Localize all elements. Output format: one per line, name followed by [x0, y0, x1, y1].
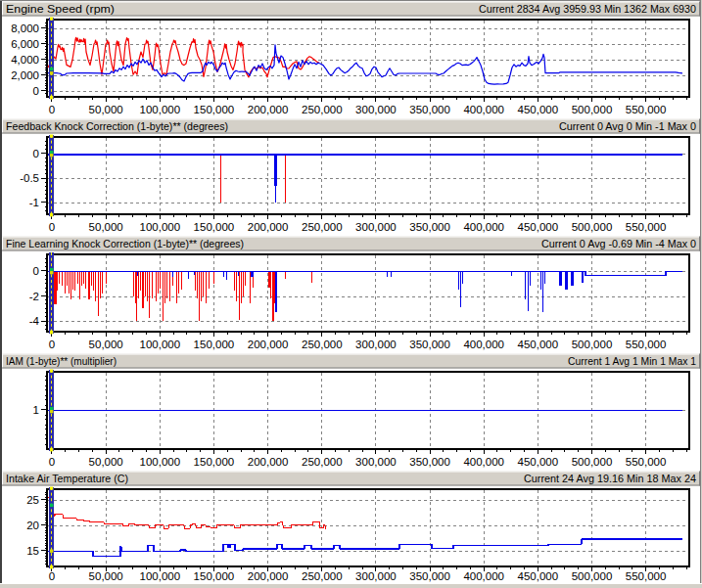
svg-text:450,000: 450,000 — [518, 339, 559, 350]
svg-text:350,000: 350,000 — [409, 339, 450, 350]
svg-text:250,000: 250,000 — [302, 221, 343, 233]
svg-text:500,000: 500,000 — [572, 570, 613, 582]
svg-text:150,000: 150,000 — [194, 221, 235, 233]
svg-text:0: 0 — [33, 148, 39, 159]
svg-text:Current 1 Avg 1 Min 1 Max 1: Current 1 Avg 1 Min 1 Max 1 — [568, 355, 696, 367]
svg-text:200,000: 200,000 — [248, 456, 289, 468]
svg-text:450,000: 450,000 — [518, 221, 559, 233]
svg-text:250,000: 250,000 — [302, 456, 343, 468]
svg-text:100,000: 100,000 — [140, 570, 181, 582]
svg-text:Current 0 Avg -0.69 Min -4 Max: Current 0 Avg -0.69 Min -4 Max 0 — [541, 238, 696, 249]
svg-text:350,000: 350,000 — [409, 570, 450, 582]
svg-text:400,000: 400,000 — [463, 456, 504, 468]
svg-text:Current 2834 Avg 3959.93 Min 1: Current 2834 Avg 3959.93 Min 1362 Max 69… — [479, 3, 696, 15]
svg-text:50,000: 50,000 — [89, 339, 123, 350]
svg-text:500,000: 500,000 — [572, 339, 613, 350]
svg-text:400,000: 400,000 — [463, 570, 504, 582]
svg-text:IAM (1-byte)** (multiplier): IAM (1-byte)** (multiplier) — [6, 355, 117, 367]
svg-text:15: 15 — [26, 545, 39, 557]
svg-text:-1: -1 — [29, 197, 39, 208]
svg-text:200,000: 200,000 — [248, 104, 289, 115]
svg-text:50,000: 50,000 — [89, 456, 123, 468]
svg-text:50,000: 50,000 — [89, 570, 123, 582]
svg-text:200,000: 200,000 — [248, 221, 289, 233]
svg-text:300,000: 300,000 — [355, 339, 397, 350]
svg-text:400,000: 400,000 — [463, 221, 504, 233]
svg-text:1: 1 — [33, 404, 39, 416]
svg-text:20: 20 — [26, 520, 39, 531]
svg-text:0: 0 — [49, 221, 55, 233]
svg-text:200,000: 200,000 — [248, 339, 289, 350]
svg-text:100,000: 100,000 — [140, 456, 181, 468]
svg-text:-2: -2 — [29, 291, 39, 302]
svg-text:0: 0 — [49, 104, 55, 115]
svg-text:450,000: 450,000 — [518, 570, 559, 582]
svg-text:550,000: 550,000 — [626, 104, 667, 115]
svg-text:300,000: 300,000 — [355, 570, 397, 582]
svg-text:50,000: 50,000 — [89, 104, 123, 115]
svg-text:250,000: 250,000 — [302, 339, 343, 350]
svg-text:450,000: 450,000 — [518, 104, 559, 115]
svg-text:150,000: 150,000 — [194, 570, 235, 582]
svg-text:-0.5: -0.5 — [20, 172, 39, 184]
svg-text:350,000: 350,000 — [409, 221, 450, 233]
svg-text:300,000: 300,000 — [355, 456, 397, 468]
svg-text:0: 0 — [49, 456, 55, 468]
svg-text:150,000: 150,000 — [194, 456, 235, 468]
svg-text:500,000: 500,000 — [572, 221, 613, 233]
svg-text:550,000: 550,000 — [626, 339, 667, 350]
svg-text:-4: -4 — [29, 315, 40, 327]
svg-text:550,000: 550,000 — [626, 456, 667, 468]
svg-text:25: 25 — [26, 494, 39, 506]
svg-text:0: 0 — [49, 570, 55, 582]
svg-text:300,000: 300,000 — [355, 221, 397, 233]
svg-text:150,000: 150,000 — [194, 104, 235, 115]
svg-text:400,000: 400,000 — [463, 339, 504, 350]
svg-text:550,000: 550,000 — [626, 570, 667, 582]
svg-text:50,000: 50,000 — [89, 221, 123, 233]
svg-text:2,000: 2,000 — [11, 69, 39, 81]
svg-text:Fine Learning Knock Correction: Fine Learning Knock Correction (1-byte)*… — [6, 238, 244, 249]
svg-text:Feedback Knock Correction (1-b: Feedback Knock Correction (1-byte)** (de… — [6, 120, 228, 132]
svg-text:0: 0 — [33, 85, 39, 97]
svg-text:100,000: 100,000 — [140, 339, 181, 350]
svg-text:250,000: 250,000 — [302, 570, 343, 582]
svg-text:550,000: 550,000 — [626, 221, 667, 233]
svg-text:4,000: 4,000 — [11, 54, 39, 66]
svg-text:100,000: 100,000 — [140, 221, 181, 233]
svg-text:350,000: 350,000 — [409, 456, 450, 468]
svg-text:500,000: 500,000 — [572, 456, 613, 468]
svg-text:200,000: 200,000 — [248, 570, 289, 582]
svg-text:Current 0 Avg 0 Min -1 Max 0: Current 0 Avg 0 Min -1 Max 0 — [559, 120, 696, 132]
svg-text:6,000: 6,000 — [11, 38, 39, 50]
svg-text:450,000: 450,000 — [518, 456, 559, 468]
svg-text:300,000: 300,000 — [355, 104, 397, 115]
svg-text:0: 0 — [33, 265, 39, 277]
svg-text:100,000: 100,000 — [140, 104, 181, 115]
svg-text:400,000: 400,000 — [463, 104, 504, 115]
svg-text:Intake Air Temperature (C): Intake Air Temperature (C) — [6, 473, 128, 484]
svg-text:150,000: 150,000 — [194, 339, 235, 350]
svg-text:8,000: 8,000 — [11, 23, 39, 34]
svg-text:350,000: 350,000 — [409, 104, 450, 115]
svg-text:0: 0 — [49, 339, 55, 350]
svg-text:Engine Speed (rpm): Engine Speed (rpm) — [6, 3, 115, 15]
svg-text:500,000: 500,000 — [572, 104, 613, 115]
svg-text:Current 24 Avg 19.16 Min 18 Ma: Current 24 Avg 19.16 Min 18 Max 24 — [524, 473, 696, 484]
svg-text:250,000: 250,000 — [302, 104, 343, 115]
